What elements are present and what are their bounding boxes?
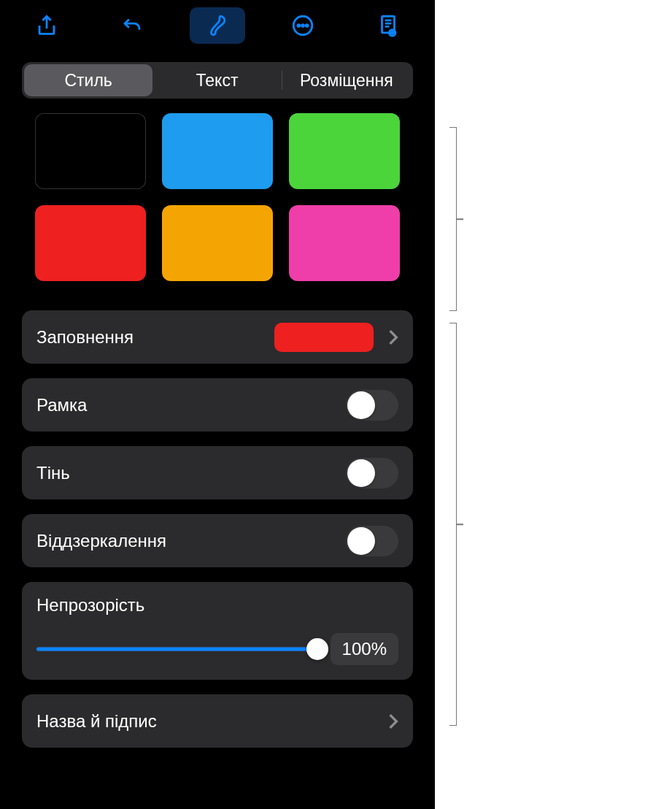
fill-color-preview: [274, 323, 374, 352]
shadow-label: Тінь: [36, 463, 346, 483]
tab-arrange[interactable]: Розміщення: [282, 64, 411, 96]
undo-button[interactable]: [104, 7, 160, 44]
opacity-value[interactable]: 100%: [331, 633, 398, 665]
shadow-toggle[interactable]: [346, 458, 398, 488]
svg-point-5: [391, 32, 393, 34]
document-view-button[interactable]: [360, 7, 416, 44]
border-label: Рамка: [36, 395, 346, 415]
style-swatch-grid: [0, 113, 435, 296]
style-swatch-blue[interactable]: [162, 113, 273, 189]
opacity-slider[interactable]: [36, 639, 317, 659]
tab-arrange-label: Розміщення: [300, 71, 393, 91]
opacity-label: Непрозорість: [36, 595, 398, 616]
border-toggle[interactable]: [346, 390, 398, 421]
style-swatch-black[interactable]: [35, 113, 146, 189]
chevron-right-icon: [388, 713, 398, 729]
style-swatch-orange[interactable]: [162, 205, 273, 281]
style-swatch-red[interactable]: [35, 205, 146, 281]
tab-text[interactable]: Текст: [152, 64, 281, 96]
callout-bracket-styles: [449, 127, 457, 311]
callout-bracket-options: [449, 323, 457, 726]
svg-point-2: [301, 25, 304, 27]
format-tabs: Стиль Текст Розміщення: [22, 62, 413, 99]
style-swatch-pink[interactable]: [289, 205, 400, 281]
reflection-label: Віддзеркалення: [36, 531, 346, 551]
more-button[interactable]: [275, 7, 331, 44]
share-button[interactable]: [19, 7, 74, 44]
svg-point-3: [306, 25, 308, 27]
title-caption-label: Назва й підпис: [36, 711, 388, 732]
opacity-slider-fill: [36, 648, 317, 651]
toolbar: [0, 0, 435, 51]
fill-label: Заповнення: [36, 327, 274, 348]
style-options: Заповнення Рамка Тінь Віддзеркалення Неп…: [0, 310, 435, 748]
format-panel: Стиль Текст Розміщення Заповнення Рамка …: [0, 0, 435, 809]
tab-style-label: Стиль: [64, 71, 112, 91]
border-row: Рамка: [22, 378, 413, 432]
svg-point-1: [298, 25, 300, 27]
shadow-row: Тінь: [22, 446, 413, 499]
fill-row[interactable]: Заповнення: [22, 310, 413, 364]
opacity-row: Непрозорість 100%: [22, 582, 413, 680]
reflection-toggle[interactable]: [346, 526, 398, 556]
title-caption-row[interactable]: Назва й підпис: [22, 694, 413, 748]
chevron-right-icon: [388, 329, 398, 345]
tab-text-label: Текст: [196, 71, 239, 91]
opacity-slider-thumb[interactable]: [306, 638, 328, 660]
style-swatch-green[interactable]: [289, 113, 400, 189]
format-brush-button[interactable]: [190, 7, 245, 44]
tab-style[interactable]: Стиль: [24, 64, 152, 96]
reflection-row: Віддзеркалення: [22, 514, 413, 567]
